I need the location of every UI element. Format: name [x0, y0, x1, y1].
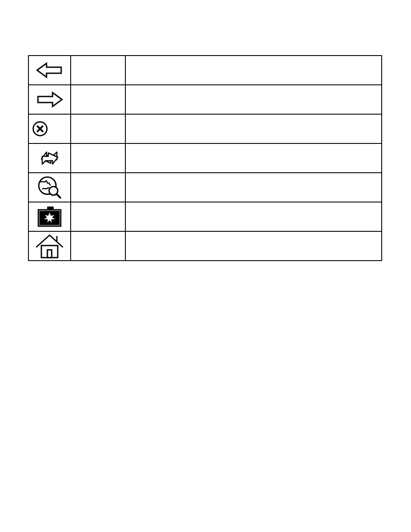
table-cell — [125, 143, 382, 173]
table-row — [28, 173, 382, 202]
icon-cell — [28, 231, 71, 261]
table-row — [28, 231, 382, 261]
stop-icon — [31, 120, 49, 137]
table-cell — [125, 85, 382, 114]
icon-reference-table — [28, 55, 382, 261]
arrow-left-icon — [35, 62, 64, 79]
svg-marker-1 — [38, 93, 62, 106]
table-cell — [71, 202, 125, 231]
home-icon — [34, 233, 65, 259]
globe-search-icon — [36, 174, 63, 200]
svg-marker-0 — [37, 63, 61, 77]
table-cell — [71, 114, 125, 143]
table-cell — [71, 85, 125, 114]
icon-cell — [28, 114, 71, 143]
icon-cell — [28, 85, 71, 114]
table-cell — [125, 173, 382, 202]
table-cell — [71, 143, 125, 173]
table-row — [28, 56, 382, 85]
table-cell — [71, 231, 125, 261]
icon-cell — [28, 202, 71, 231]
table-cell — [71, 56, 125, 85]
svg-line-9 — [56, 194, 60, 198]
table-cell — [125, 114, 382, 143]
table-cell — [125, 231, 382, 261]
icon-cell — [28, 173, 71, 202]
table-cell — [71, 173, 125, 202]
arrow-right-icon — [35, 91, 64, 108]
icon-cell — [28, 143, 71, 173]
table-row — [28, 114, 382, 143]
refresh-icon — [36, 146, 63, 170]
table-row — [28, 202, 382, 231]
table-row — [28, 143, 382, 173]
table-cell — [125, 56, 382, 85]
icon-cell — [28, 56, 71, 85]
table-row — [28, 85, 382, 114]
document-page — [0, 0, 411, 532]
table-cell — [125, 202, 382, 231]
svg-rect-16 — [47, 250, 52, 258]
camera-icon — [36, 205, 63, 229]
